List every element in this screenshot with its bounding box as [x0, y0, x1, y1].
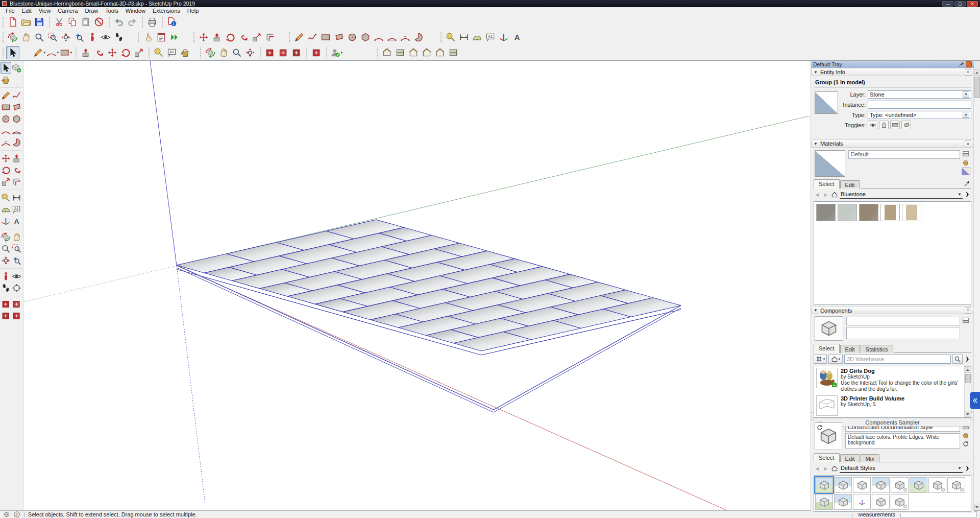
plugin-tool-3-button[interactable]	[1, 310, 11, 321]
menu-window[interactable]: Window	[122, 7, 149, 14]
move-button[interactable]	[1, 152, 11, 164]
tray-title-bar[interactable]: Default Tray	[811, 61, 974, 68]
toolbar-grip[interactable]	[49, 17, 51, 27]
orbit-button[interactable]	[1, 231, 11, 243]
toggle-receive-shadows-button[interactable]	[901, 121, 911, 129]
pie-button[interactable]	[412, 31, 425, 44]
plugin-tool-4-button[interactable]	[310, 46, 323, 59]
walk-button[interactable]	[1, 282, 11, 294]
search-icon[interactable]	[952, 355, 963, 364]
redo-button[interactable]	[126, 15, 139, 29]
help-icon[interactable]	[13, 511, 20, 518]
home-icon[interactable]	[831, 191, 838, 198]
polygon-button[interactable]	[11, 113, 22, 125]
entity-info-header[interactable]: ▼ Entity Info	[811, 68, 974, 76]
menu-view[interactable]: View	[35, 7, 55, 14]
details-icon[interactable]	[964, 465, 971, 472]
rotate-button[interactable]	[1, 164, 11, 176]
arc-button[interactable]: ▾	[46, 46, 59, 59]
forward-icon[interactable]: ►	[822, 192, 829, 198]
follow-me-button[interactable]	[11, 164, 22, 176]
bluestone-texture-4[interactable]	[880, 204, 900, 221]
move-button[interactable]	[197, 31, 210, 44]
three-point-arc-button[interactable]	[1, 136, 11, 148]
entity-info-close-icon[interactable]	[965, 69, 971, 76]
protractor-button[interactable]	[471, 31, 484, 44]
menu-file[interactable]: File	[2, 7, 18, 14]
styles-collection-dropdown[interactable]: Default Styles ▼	[840, 464, 963, 473]
menu-help[interactable]: Help	[184, 7, 203, 14]
walk-button[interactable]	[112, 31, 126, 44]
dimension-button[interactable]	[457, 31, 471, 44]
menu-tools[interactable]: Tools	[102, 7, 122, 14]
polygon-button[interactable]	[359, 31, 372, 44]
scale-button[interactable]	[1, 176, 11, 187]
scroll-up-icon[interactable]	[965, 366, 971, 373]
arc-button[interactable]	[1, 125, 11, 136]
arc-button[interactable]	[372, 31, 385, 44]
text-button[interactable]	[165, 46, 179, 59]
plugin-tool-2-button[interactable]	[11, 298, 22, 310]
view-left-button[interactable]	[447, 46, 460, 59]
maximize-button[interactable]: ▢	[954, 1, 966, 7]
tray-collapse-chevron[interactable]	[970, 392, 980, 409]
toolbar-grip[interactable]	[109, 17, 110, 27]
position-camera-button[interactable]	[1, 270, 11, 282]
tab-select[interactable]: Select	[814, 344, 840, 353]
orbit-button[interactable]	[6, 31, 19, 44]
pie-button[interactable]	[11, 136, 22, 148]
circle-button[interactable]	[346, 31, 359, 44]
toolbar-grip[interactable]	[289, 32, 290, 42]
bluestone-texture-3[interactable]	[859, 204, 878, 221]
plugin-tool-3-button[interactable]	[290, 46, 303, 59]
cut-button[interactable]	[53, 15, 66, 29]
tab-statistics[interactable]: Statistics	[861, 345, 893, 353]
toolbar-grip[interactable]	[193, 32, 195, 42]
menu-camera[interactable]: Camera	[54, 7, 81, 14]
view-options-icon[interactable]: ▾	[814, 355, 827, 364]
freehand-button[interactable]	[306, 31, 319, 44]
menu-edit[interactable]: Edit	[18, 7, 35, 14]
view-front-button[interactable]	[407, 46, 420, 59]
details-icon[interactable]	[964, 191, 971, 198]
bluestone-texture-5[interactable]	[902, 204, 921, 221]
two-point-arc-button[interactable]	[11, 125, 22, 136]
toolbar-grip[interactable]	[149, 48, 150, 58]
tab-select[interactable]: Select	[814, 179, 840, 189]
layer-dropdown[interactable]: Stone▼	[868, 90, 971, 99]
toolbar-grip[interactable]	[3, 17, 4, 27]
style-thumb[interactable]	[853, 477, 871, 493]
print-button[interactable]	[145, 15, 159, 29]
view-iso-button[interactable]	[380, 46, 394, 59]
toolbar-grip[interactable]	[306, 48, 308, 58]
paste-button[interactable]	[79, 15, 92, 29]
component-desc-box[interactable]	[846, 327, 960, 339]
select-button[interactable]	[6, 46, 19, 59]
view-right-button[interactable]	[420, 46, 433, 59]
tape-measure-button[interactable]	[444, 31, 457, 44]
bluestone-texture-1[interactable]	[816, 204, 836, 221]
tab-edit[interactable]: Edit	[840, 454, 860, 462]
scroll-down-icon[interactable]	[965, 411, 971, 417]
back-icon[interactable]: ◄	[814, 192, 821, 198]
create-material-icon[interactable]	[962, 159, 969, 166]
three-d-text-button[interactable]	[11, 215, 22, 227]
model-info-button[interactable]	[165, 15, 179, 29]
minimize-button[interactable]: —	[942, 1, 953, 7]
details-icon[interactable]	[964, 356, 971, 363]
style-thumb[interactable]	[834, 494, 852, 510]
tape-measure-button[interactable]	[1, 192, 11, 203]
style-thumb[interactable]	[928, 477, 946, 493]
position-camera-button[interactable]	[86, 31, 99, 44]
text-button[interactable]	[484, 31, 497, 44]
style-thumb[interactable]	[872, 477, 890, 493]
eraser-button[interactable]	[19, 46, 33, 59]
component-name-box[interactable]	[846, 317, 960, 325]
menu-draw[interactable]: Draw	[81, 7, 102, 14]
plugin-tool-4-button[interactable]	[11, 310, 22, 321]
materials-list[interactable]	[814, 201, 971, 305]
push-pull-button[interactable]	[79, 46, 92, 59]
tab-select[interactable]: Select	[814, 453, 840, 462]
line-button[interactable]: ▾	[33, 46, 46, 59]
zoom-previous-button[interactable]	[72, 31, 86, 44]
